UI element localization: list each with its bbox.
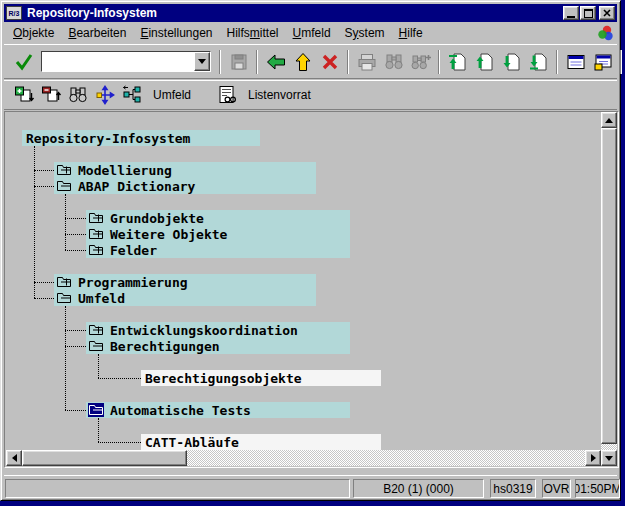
folder-plus-icon[interactable] bbox=[88, 211, 104, 225]
command-dropdown-button[interactable] bbox=[194, 52, 210, 71]
find-next-button bbox=[407, 49, 434, 75]
minimize-button[interactable] bbox=[563, 6, 579, 20]
arrow-left-icon bbox=[265, 52, 287, 72]
display-list-button[interactable] bbox=[213, 82, 240, 108]
toolbar-separator bbox=[556, 50, 558, 74]
folder-plus-icon[interactable] bbox=[56, 163, 72, 177]
listenvorrat-button[interactable]: Listenvorrat bbox=[240, 83, 319, 107]
last-page-button[interactable] bbox=[525, 49, 552, 75]
document-glasses-icon bbox=[216, 85, 238, 105]
vertical-scroll-thumb[interactable] bbox=[601, 128, 617, 444]
last-page-icon bbox=[528, 52, 550, 72]
exit-button[interactable] bbox=[289, 49, 316, 75]
insert-mode-panel: OVR bbox=[542, 479, 571, 498]
menu-hilfsmittel[interactable]: Hilfsmittel bbox=[220, 24, 286, 42]
triangle-down-icon bbox=[605, 456, 613, 461]
standard-toolbar: ? bbox=[4, 44, 617, 79]
menu-umfeld[interactable]: Umfeld bbox=[286, 24, 338, 42]
shortcut-icon bbox=[592, 52, 614, 72]
menu-einstellungen[interactable]: Einstellungen bbox=[133, 24, 219, 42]
r3-logo-label: R/3 bbox=[9, 10, 20, 17]
close-button[interactable] bbox=[599, 6, 615, 20]
tree-connector-line bbox=[34, 298, 54, 299]
command-input[interactable] bbox=[42, 52, 194, 71]
folder-plus-icon[interactable] bbox=[88, 323, 104, 337]
find-node-button[interactable] bbox=[64, 82, 91, 108]
tree-node-weitere-objekte[interactable]: Weitere Objekte bbox=[86, 226, 350, 242]
folder-plus-icon[interactable] bbox=[88, 243, 104, 257]
menu-bearbeiten[interactable]: Bearbeiten bbox=[61, 24, 133, 42]
tree-node-berechtigungsobjekte[interactable]: Berechtigungsobjekte bbox=[141, 370, 381, 386]
check-icon bbox=[13, 52, 35, 72]
cancel-button[interactable] bbox=[316, 49, 343, 75]
page-up-button[interactable] bbox=[471, 49, 498, 75]
scroll-right-button[interactable] bbox=[585, 450, 601, 466]
collapse-node-button[interactable] bbox=[37, 82, 64, 108]
folder-minus-icon[interactable] bbox=[56, 179, 72, 193]
status-message-panel bbox=[5, 479, 350, 498]
tree-connector-line bbox=[34, 170, 54, 171]
first-page-button[interactable] bbox=[444, 49, 471, 75]
collapse-node-icon bbox=[40, 85, 62, 105]
umfeld-button[interactable]: Umfeld bbox=[145, 83, 199, 107]
scroll-left-button[interactable] bbox=[6, 450, 22, 466]
tree-connector-line bbox=[65, 346, 86, 347]
tree-node-umfeld[interactable]: Umfeld bbox=[54, 290, 316, 306]
tree-node-label: Umfeld bbox=[78, 291, 125, 306]
back-button[interactable] bbox=[262, 49, 289, 75]
tree-node-entwicklungskoordination[interactable]: Entwicklungskoordination bbox=[86, 322, 350, 338]
folder-plus-icon[interactable] bbox=[56, 275, 72, 289]
page-down-button[interactable] bbox=[498, 49, 525, 75]
enter-button[interactable] bbox=[10, 49, 37, 75]
folder-minus-icon[interactable] bbox=[88, 339, 104, 353]
tree-node-modellierung[interactable]: Modellierung bbox=[54, 162, 316, 178]
print-button bbox=[353, 49, 380, 75]
tree-node-abap-dictionary[interactable]: ABAP Dictionary bbox=[54, 178, 316, 194]
tree-node-berechtigungen[interactable]: Berechtigungen bbox=[86, 338, 350, 354]
maximize-button[interactable] bbox=[580, 6, 596, 20]
horizontal-scroll-thumb[interactable] bbox=[22, 450, 187, 466]
tree-connector-line bbox=[65, 194, 66, 250]
tree-connector-line bbox=[65, 306, 66, 410]
system-menu-icon[interactable]: R/3 bbox=[6, 6, 22, 20]
tree-connector-line bbox=[98, 418, 99, 442]
scroll-up-button[interactable] bbox=[601, 112, 617, 128]
triangle-right-icon bbox=[591, 454, 596, 462]
printer-icon bbox=[356, 52, 378, 72]
menu-objekte[interactable]: Objekte bbox=[6, 24, 61, 42]
tree-node-felder[interactable]: Felder bbox=[86, 242, 350, 258]
titlebar[interactable]: R/3 Repository-Infosystem bbox=[4, 4, 617, 22]
first-page-icon bbox=[447, 52, 469, 72]
tree-node-label: Modellierung bbox=[78, 163, 172, 178]
tree-node-grundobjekte[interactable]: Grundobjekte bbox=[86, 210, 350, 226]
tree-connector-line bbox=[65, 218, 86, 219]
command-field bbox=[41, 51, 211, 72]
tree-node-repository-infosystem[interactable]: Repository-Infosystem bbox=[22, 130, 260, 146]
sap-color-circles-icon bbox=[597, 25, 613, 41]
tree-node-automatische-tests[interactable]: Automatische Tests bbox=[86, 402, 350, 418]
scroll-down-button[interactable] bbox=[601, 450, 617, 466]
expand-node-button[interactable] bbox=[10, 82, 37, 108]
tree-canvas: Repository-InfosystemModellierungABAP Di… bbox=[6, 112, 601, 450]
menu-system[interactable]: System bbox=[338, 24, 392, 42]
tree-connector-line bbox=[98, 442, 141, 443]
folder-plus-icon[interactable] bbox=[88, 227, 104, 241]
create-session-button[interactable] bbox=[562, 49, 589, 75]
tree-node-label: Automatische Tests bbox=[110, 403, 251, 418]
tree-node-catt-abl-ufe[interactable]: CATT-Abläufe bbox=[141, 434, 381, 450]
folder-minus-selected-icon[interactable] bbox=[88, 403, 104, 417]
expand-node-icon bbox=[13, 85, 35, 105]
horizontal-scrollbar[interactable] bbox=[6, 450, 601, 466]
navigate-button[interactable] bbox=[91, 82, 118, 108]
tree-view: Repository-InfosystemModellierungABAP Di… bbox=[4, 111, 619, 468]
hierarchy-icon bbox=[121, 85, 143, 105]
hierarchy-button[interactable] bbox=[118, 82, 145, 108]
toolbar-separator bbox=[620, 50, 622, 74]
create-shortcut-button[interactable] bbox=[589, 49, 616, 75]
vertical-scrollbar[interactable] bbox=[601, 112, 617, 466]
tree-node-programmierung[interactable]: Programmierung bbox=[54, 274, 316, 290]
tree-node-label: CATT-Abläufe bbox=[145, 435, 239, 450]
cross-arrows-icon bbox=[94, 85, 116, 105]
folder-minus-icon[interactable] bbox=[56, 291, 72, 305]
menu-hilfe[interactable]: Hilfe bbox=[392, 24, 430, 42]
